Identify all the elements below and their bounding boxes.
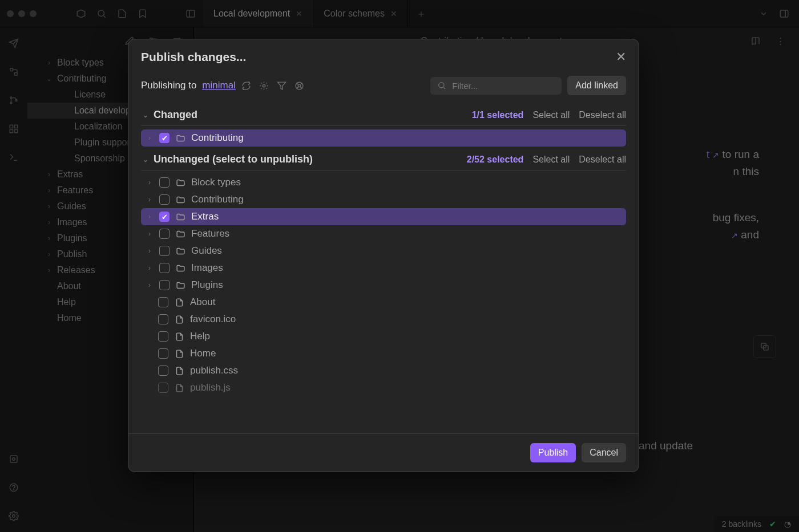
chevron-icon[interactable]: › <box>45 250 54 258</box>
window-controls[interactable] <box>7 10 37 17</box>
vault-switch-icon[interactable] <box>6 451 22 467</box>
checkbox[interactable] <box>158 297 168 307</box>
close-icon[interactable]: ✕ <box>390 9 397 18</box>
git-icon[interactable] <box>6 92 22 108</box>
checkbox[interactable] <box>159 263 170 273</box>
sync-status-icon[interactable]: ✔ <box>769 519 776 529</box>
checkbox[interactable] <box>158 383 168 393</box>
close-dot[interactable] <box>7 10 14 17</box>
tree-row[interactable]: publish.css <box>141 362 626 379</box>
help-icon[interactable] <box>6 480 22 496</box>
command-icon[interactable] <box>6 149 22 165</box>
checkbox[interactable] <box>159 229 170 239</box>
chevron-right-icon[interactable]: › <box>146 196 154 204</box>
search-icon[interactable] <box>94 6 110 22</box>
tree-row[interactable]: favicon.ico <box>141 311 626 328</box>
chevron-down-icon[interactable]: ⌄ <box>141 156 150 164</box>
sidebar-toggle-left-icon[interactable] <box>183 6 199 22</box>
minimize-dot[interactable] <box>18 10 25 17</box>
new-note-icon[interactable] <box>114 6 130 22</box>
filter-icon[interactable] <box>277 81 286 91</box>
canvas-icon[interactable] <box>6 121 22 137</box>
tree-row[interactable]: ›Contributing <box>141 191 626 208</box>
copy-button[interactable] <box>753 335 776 358</box>
deselect-all-button[interactable]: Deselect all <box>579 110 626 120</box>
sidebar-item-label: Images <box>57 217 87 228</box>
vault-icon[interactable] <box>73 6 89 22</box>
tree-row[interactable]: About <box>141 294 626 311</box>
chevron-right-icon[interactable]: › <box>146 230 154 238</box>
graph-icon[interactable] <box>6 64 22 80</box>
chevron-right-icon[interactable]: › <box>146 264 154 272</box>
site-settings-icon[interactable] <box>259 81 269 91</box>
tree-row[interactable]: ›Guides <box>141 242 626 259</box>
zoom-dot[interactable] <box>30 10 37 17</box>
tree-row[interactable]: ›Block types <box>141 174 626 191</box>
refresh-icon[interactable] <box>241 81 251 91</box>
add-linked-button[interactable]: Add linked <box>567 76 626 95</box>
tree-row[interactable]: Help <box>141 328 626 345</box>
checkbox[interactable]: ✔ <box>159 133 170 143</box>
chevron-icon[interactable]: › <box>45 186 54 194</box>
new-tab-button[interactable]: ＋ <box>408 7 434 21</box>
backlinks-count[interactable]: 2 backlinks <box>722 519 761 529</box>
chevron-right-icon[interactable]: › <box>146 281 154 289</box>
external-link[interactable]: t ↗ <box>707 148 720 160</box>
chevron-down-icon[interactable] <box>756 6 772 22</box>
notification-icon[interactable]: ◔ <box>784 519 791 529</box>
checkbox[interactable] <box>158 366 168 376</box>
checkbox[interactable] <box>158 314 168 324</box>
chevron-down-icon[interactable]: ⌄ <box>141 111 150 119</box>
tab-color-schemes[interactable]: Color schemes ✕ <box>313 0 408 27</box>
reading-view-icon[interactable] <box>748 33 764 49</box>
close-icon[interactable]: ✕ <box>616 50 626 64</box>
tree-row[interactable]: Home <box>141 345 626 362</box>
chevron-icon[interactable]: › <box>45 218 54 226</box>
tree-row[interactable]: ›Images <box>141 259 626 277</box>
more-icon[interactable]: ⋮ <box>773 33 789 49</box>
external-icon: ↗ <box>731 231 738 240</box>
tree-row-label: publish.js <box>190 382 231 393</box>
chevron-right-icon[interactable]: › <box>146 134 154 142</box>
chevron-icon[interactable]: › <box>45 266 54 274</box>
tree-row[interactable]: ›✔Contributing <box>141 129 626 147</box>
chevron-icon[interactable]: › <box>45 170 54 178</box>
chevron-right-icon[interactable]: › <box>146 213 154 221</box>
tree-row[interactable]: ›✔Extras <box>141 208 626 225</box>
checkbox[interactable] <box>159 177 170 188</box>
svg-point-5 <box>10 97 12 99</box>
publish-button[interactable]: Publish <box>530 443 576 462</box>
select-all-button[interactable]: Select all <box>532 155 570 165</box>
checkbox[interactable] <box>158 331 168 342</box>
filter-input-wrap[interactable] <box>430 77 562 95</box>
chevron-right-icon[interactable]: › <box>146 247 154 255</box>
modal-title: Publish changes... <box>141 50 246 64</box>
cancel-button[interactable]: Cancel <box>582 443 626 462</box>
tree-row[interactable]: publish.js <box>141 379 626 396</box>
chevron-icon[interactable]: › <box>45 59 54 67</box>
checkbox[interactable] <box>158 348 168 359</box>
close-icon[interactable]: ✕ <box>296 9 302 18</box>
tab-local-development[interactable]: Local development ✕ <box>203 0 313 27</box>
tree-row[interactable]: ›Plugins <box>141 277 626 294</box>
chevron-icon[interactable]: › <box>45 234 54 242</box>
tree-row-label: Guides <box>191 245 222 257</box>
settings-icon[interactable] <box>6 508 22 524</box>
site-link[interactable]: minimal <box>202 80 236 91</box>
sidebar-toggle-right-icon[interactable] <box>776 6 792 22</box>
quick-switcher-icon[interactable] <box>6 35 22 51</box>
select-all-button[interactable]: Select all <box>532 110 570 120</box>
tree-row[interactable]: ›Features <box>141 225 626 242</box>
checkbox[interactable] <box>159 280 170 290</box>
bookmark-icon[interactable] <box>135 6 151 22</box>
tree-changed: ›✔Contributing <box>141 126 626 148</box>
chevron-icon[interactable]: ⌄ <box>45 75 54 83</box>
checkbox[interactable] <box>159 246 170 256</box>
deselect-all-button[interactable]: Deselect all <box>579 155 626 165</box>
chevron-icon[interactable]: › <box>45 202 54 210</box>
checkbox[interactable]: ✔ <box>159 212 170 222</box>
help-icon[interactable] <box>294 81 304 91</box>
filter-input[interactable] <box>451 80 555 91</box>
checkbox[interactable] <box>159 194 170 205</box>
chevron-right-icon[interactable]: › <box>146 178 154 186</box>
